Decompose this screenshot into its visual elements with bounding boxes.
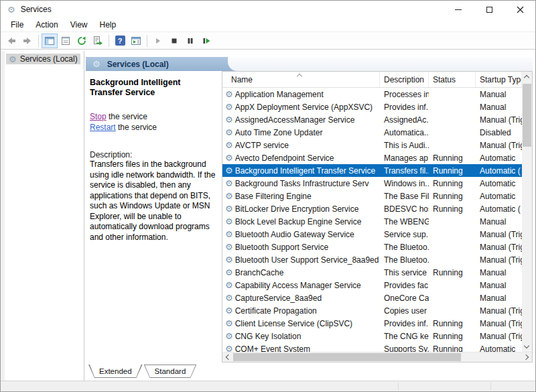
properties-button[interactable] xyxy=(58,34,74,48)
selected-service-title: Background Intelligent Transfer Service xyxy=(90,78,216,98)
service-row[interactable]: ⚙AssignedAccessManager ServiceAssignedAc… xyxy=(222,113,522,126)
export-list-button[interactable] xyxy=(90,34,106,48)
service-name: COM+ Event System xyxy=(235,344,310,352)
service-row[interactable]: ⚙BitLocker Drive Encryption ServiceBDESV… xyxy=(222,202,522,215)
services-app-icon: ⚙ xyxy=(7,5,15,14)
service-description: Provides inf... xyxy=(380,319,429,328)
show-console-tree-icon xyxy=(44,36,55,46)
tree-item-services-local[interactable]: ⚙ Services (Local) xyxy=(6,54,80,64)
service-description: Processes in... xyxy=(380,90,429,99)
scroll-down-button[interactable] xyxy=(522,342,532,352)
forward-icon xyxy=(22,36,33,46)
service-row[interactable]: ⚙Block Level Backup Engine ServiceThe WB… xyxy=(222,215,522,228)
service-startup-type: Manual xyxy=(476,217,522,226)
scroll-up-button[interactable] xyxy=(522,72,532,82)
stop-service-button[interactable] xyxy=(166,34,182,48)
service-row[interactable]: ⚙Certificate PropagationCopies user ...M… xyxy=(222,304,522,317)
service-status: Running xyxy=(429,268,476,277)
service-description: Supports Sy... xyxy=(380,344,429,352)
service-name: Background Tasks Infrastructure Serv xyxy=(235,179,369,188)
restart-service-button[interactable] xyxy=(198,34,214,48)
show-console-tree-button[interactable] xyxy=(42,34,58,48)
statusbar-divider xyxy=(398,383,399,390)
properties-icon xyxy=(60,36,71,46)
service-row[interactable]: ⚙CaptureService_8aa9edOneCore Ca...Manua… xyxy=(222,291,522,304)
service-description: The Bluetoo... xyxy=(380,255,429,265)
service-row[interactable]: ⚙Capability Access Manager ServiceProvid… xyxy=(222,279,522,291)
service-startup-type: Manual xyxy=(476,90,522,99)
service-description: Manages ap... xyxy=(380,153,429,163)
pause-service-button[interactable] xyxy=(182,34,198,48)
scroll-left-button[interactable] xyxy=(222,352,232,363)
restart-service-suffix: the service xyxy=(116,123,157,132)
service-startup-type: Manual (Trig xyxy=(476,306,522,316)
service-startup-type: Manual (Trig xyxy=(476,115,522,125)
service-row[interactable]: ⚙Avecto Defendpoint ServiceManages ap...… xyxy=(222,151,522,164)
menu-file[interactable]: File xyxy=(5,19,29,31)
vertical-scrollbar-thumb[interactable] xyxy=(523,84,531,147)
scroll-right-button[interactable] xyxy=(522,352,532,363)
service-gear-icon: ⚙ xyxy=(225,217,233,226)
maximize-button[interactable] xyxy=(474,1,505,18)
service-row[interactable]: ⚙Background Tasks Infrastructure ServWin… xyxy=(222,177,522,190)
service-row[interactable]: ⚙AppX Deployment Service (AppXSVC)Provid… xyxy=(222,101,522,113)
service-row[interactable]: ⚙BranchCacheThis service ...RunningManua… xyxy=(222,266,522,279)
column-header-name[interactable]: Name xyxy=(222,72,380,87)
service-detail-pane: Background Intelligent Transfer Service … xyxy=(87,74,220,243)
service-startup-type: Automatic xyxy=(476,179,522,188)
service-status: Running xyxy=(429,319,476,328)
service-description: This is Audi... xyxy=(380,141,429,150)
help-button[interactable]: ? xyxy=(112,34,128,48)
menu-view[interactable]: View xyxy=(64,19,94,31)
menu-bar: File Action View Help xyxy=(1,18,535,32)
menu-help[interactable]: Help xyxy=(94,19,123,31)
service-startup-type: Manual xyxy=(476,281,522,290)
column-header-startup-type[interactable]: Startup Type xyxy=(476,72,522,87)
stop-service-link[interactable]: Stop xyxy=(90,112,107,121)
tab-extended[interactable]: Extended xyxy=(88,365,143,378)
minimize-button[interactable] xyxy=(443,1,474,18)
service-name: BitLocker Drive Encryption Service xyxy=(235,204,359,214)
service-row[interactable]: ⚙Bluetooth User Support Service_8aa9edTh… xyxy=(222,253,522,266)
description-text: Transfers files in the background using … xyxy=(90,159,216,243)
refresh-button[interactable] xyxy=(74,34,90,48)
window-title: Services xyxy=(21,5,52,14)
service-gear-icon: ⚙ xyxy=(225,268,233,277)
forward-button[interactable] xyxy=(19,34,36,48)
service-row[interactable]: ⚙Bluetooth Audio Gateway ServiceService … xyxy=(222,228,522,241)
restart-service-link[interactable]: Restart xyxy=(90,123,116,132)
service-row[interactable]: ⚙Application ManagementProcesses in...Ma… xyxy=(222,88,522,101)
service-startup-type: Automatic xyxy=(476,153,522,163)
vertical-scrollbar[interactable] xyxy=(522,72,532,352)
description-label: Description: xyxy=(90,150,216,159)
service-description: Provides inf... xyxy=(380,103,429,112)
horizontal-scrollbar-thumb[interactable] xyxy=(233,353,461,361)
show-action-pane-button[interactable] xyxy=(128,34,144,48)
column-header-description[interactable]: Description xyxy=(380,72,429,87)
service-row[interactable]: ⚙Background Intelligent Transfer Service… xyxy=(222,164,522,177)
service-row[interactable]: ⚙Bluetooth Support ServiceThe Bluetoo...… xyxy=(222,241,522,253)
service-name: CNG Key Isolation xyxy=(235,332,302,341)
maximize-icon xyxy=(486,7,492,13)
service-row[interactable]: ⚙COM+ Event SystemSupports Sy...RunningA… xyxy=(222,342,522,352)
tab-standard[interactable]: Standard xyxy=(144,365,197,378)
restart-service-icon xyxy=(201,36,212,46)
start-service-button[interactable] xyxy=(150,34,166,48)
service-startup-type: Manual xyxy=(476,293,522,303)
restart-service-line: Restart the service xyxy=(90,122,216,133)
service-description: Automatica... xyxy=(380,128,429,137)
service-row[interactable]: ⚙Auto Time Zone UpdaterAutomatica...Disa… xyxy=(222,126,522,139)
horizontal-scrollbar[interactable] xyxy=(222,352,532,362)
service-row[interactable]: ⚙Base Filtering EngineThe Base Fil...Run… xyxy=(222,190,522,202)
service-gear-icon: ⚙ xyxy=(225,255,233,264)
service-name: Bluetooth Audio Gateway Service xyxy=(235,230,354,239)
service-row[interactable]: ⚙AVCTP serviceThis is Audi...Manual (Tri… xyxy=(222,139,522,151)
column-header-status[interactable]: Status xyxy=(429,72,476,87)
service-row[interactable]: ⚙CNG Key IsolationThe CNG ke...RunningMa… xyxy=(222,330,522,342)
back-button[interactable] xyxy=(3,34,19,48)
column-header-startup-type-label: Startup Type xyxy=(480,75,522,84)
service-row[interactable]: ⚙Client License Service (ClipSVC)Provide… xyxy=(222,317,522,330)
close-button[interactable] xyxy=(505,1,535,18)
service-status: Running xyxy=(429,204,476,214)
menu-action[interactable]: Action xyxy=(29,19,64,31)
